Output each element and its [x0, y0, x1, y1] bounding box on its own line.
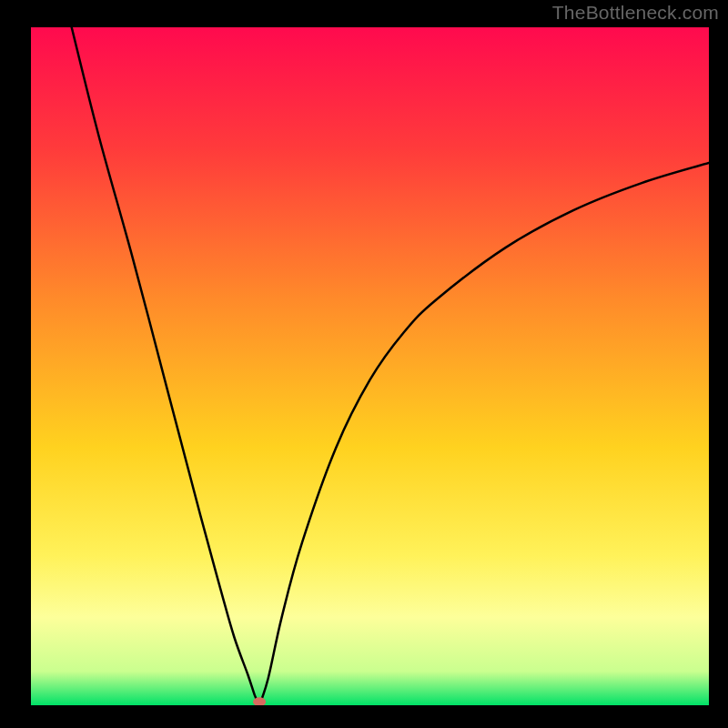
watermark-text: TheBottleneck.com: [552, 2, 719, 24]
chart-svg: [31, 27, 709, 705]
chart-frame: TheBottleneck.com: [0, 0, 728, 728]
plot-area: [31, 27, 709, 705]
gradient-background: [31, 27, 709, 705]
